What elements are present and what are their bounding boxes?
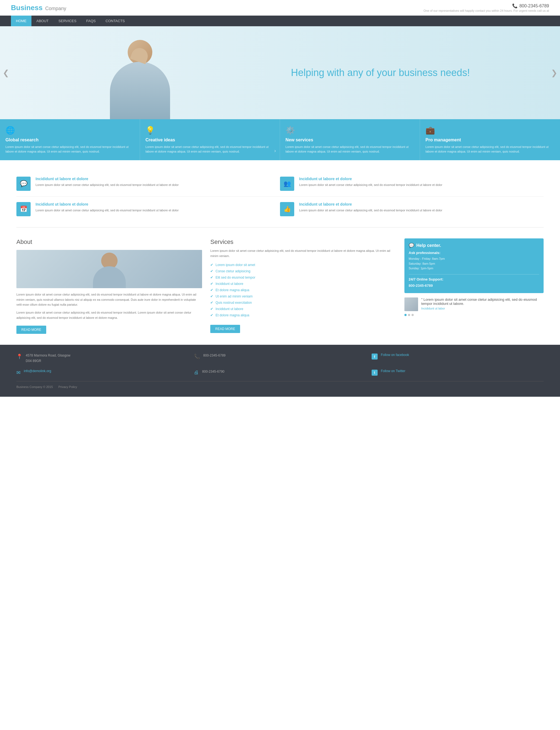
nav-services[interactable]: SERVICES — [54, 16, 81, 26]
hero-arrow-right[interactable]: ❯ — [551, 68, 557, 77]
service-item-6: ✔ Ut enim ad minim veniam — [210, 293, 396, 299]
site-footer: 📍 4578 Marmora Road, GlasgowD04 89GR 📞 8… — [0, 345, 560, 396]
service-item-9: ✔ Et dolore magna aliqua — [210, 312, 396, 318]
header-phone: 📞 800-2345-6789 — [424, 3, 549, 8]
check-icon-2: ✔ — [210, 269, 213, 273]
nav-about[interactable]: ABOUT — [31, 16, 54, 26]
feature-text-4: Lorem ipsum dolor sit amet conse ctetur … — [425, 145, 555, 154]
services-intro: Lorem ipsum dolor sit amet conse ctetur … — [210, 248, 396, 258]
services-section: Services Lorem ipsum dolor sit amet cons… — [210, 238, 396, 334]
hero-headline: Helping with any of your business needs! — [291, 66, 549, 79]
footer-phone: 📞 800-2345-6789 — [194, 353, 366, 363]
check-icon-8: ✔ — [210, 307, 213, 311]
feature-global-research: 🌐 Global research Lorem ipsum dolor sit … — [0, 119, 140, 160]
help-section: 💬 Help center. Ask professionals: Monday… — [404, 238, 544, 334]
help-hours1: Monday - Friday: 8am-7pm — [409, 256, 539, 261]
footer-twitter: t Follow on Twitter — [372, 369, 544, 376]
speech-bubble-icon: 💬 — [409, 243, 414, 248]
nav-faqs[interactable]: FAQS — [81, 16, 101, 26]
about-read-more[interactable]: READ MORE — [16, 326, 46, 334]
check-icon-4: ✔ — [210, 282, 213, 286]
dot-2[interactable] — [408, 314, 410, 316]
check-icon-9: ✔ — [210, 313, 213, 317]
feature-new-services: ⚙️ New services Lorem ipsum dolor sit am… — [280, 119, 420, 160]
help-heading: 💬 Help center. — [409, 243, 539, 248]
feature-arrow-2: › — [274, 148, 276, 154]
help-support-title: 24/7 Online Support: — [409, 274, 539, 281]
service-item-8: ✔ Incididunt ut labore — [210, 306, 396, 312]
thumbsup-icon: 👍 — [280, 202, 294, 216]
feature-text-3: Lorem ipsum dolor sit amet conse ctetur … — [285, 145, 414, 154]
dot-1[interactable] — [404, 314, 407, 316]
check-icon-5: ✔ — [210, 288, 213, 292]
header-phone-number: 800-2345-6789 — [519, 4, 549, 8]
service-item-2: ✔ Conse ctetur adipisicing — [210, 268, 396, 274]
privacy-link[interactable]: Privacy Policy — [58, 385, 77, 389]
info-text-4: Lorem ipsum dolor sit amet conse ctetur … — [299, 208, 442, 213]
info-content-2: Incididunt ut labore et dolore Lorem ips… — [299, 177, 442, 191]
hero-section: ❮ Helping with any of your business need… — [0, 26, 560, 119]
footer-address: 📍 4578 Marmora Road, GlasgowD04 89GR — [16, 353, 188, 363]
about-para1: Lorem ipsum dolor sit amet conse ctetur … — [16, 292, 202, 307]
hero-person — [104, 34, 176, 119]
footer-address-text: 4578 Marmora Road, GlasgowD04 89GR — [26, 353, 70, 363]
feature-title-4: Pro management — [425, 138, 555, 142]
help-support-phone: 800-2345-6789 — [409, 283, 539, 289]
about-heading: About — [16, 238, 202, 246]
bulb-icon: 💡 — [145, 126, 274, 135]
about-para2: Lorem ipsum dolor sit amet conse ctetur … — [16, 310, 202, 320]
phone-icon: 📞 — [512, 3, 518, 8]
dot-3[interactable] — [412, 314, 414, 316]
team-icon: 👥 — [280, 177, 294, 191]
service-item-3: ✔ Elit sed do eiusmod tempor — [210, 274, 396, 281]
nav-contacts[interactable]: CONTACTS — [101, 16, 130, 26]
info-text-1: Lorem ipsum dolor sit amet conse ctetur … — [36, 183, 179, 188]
globe-icon: 🌐 — [5, 126, 134, 135]
info-content-3: Incididunt ut labore et dolore Lorem ips… — [36, 202, 179, 216]
about-image — [16, 250, 202, 288]
service-list: ✔ Lorem ipsum dolor sit amet ✔ Conse cte… — [210, 262, 396, 318]
footer-email-link[interactable]: info@demolink.org — [24, 369, 51, 373]
services-read-more[interactable]: READ MORE — [210, 325, 240, 333]
testimonial-text: Lorem ipsum dolor sit amet conse ctetur … — [421, 297, 537, 306]
check-icon-6: ✔ — [210, 294, 213, 298]
header-contact: 📞 800-2345-6789 One of our representativ… — [424, 3, 549, 12]
feature-title-2: Creative ideas — [145, 138, 274, 142]
gear-icon: ⚙️ — [285, 126, 414, 135]
testimonial-content: " Lorem ipsum dolor sit amet conse ctetu… — [421, 297, 544, 310]
logo-brand: Business — [11, 4, 43, 12]
logo[interactable]: Business Company — [11, 4, 66, 12]
info-title-4: Incididunt ut labore et dolore — [299, 202, 442, 206]
facebook-link[interactable]: Follow on facebook — [381, 353, 409, 357]
info-grid: 💬 Incididunt ut labore et dolore Lorem i… — [0, 160, 560, 227]
twitter-link[interactable]: Follow on Twitter — [381, 369, 406, 373]
info-item-3: 📅 Incididunt ut labore et dolore Lorem i… — [16, 197, 280, 222]
info-title-1: Incididunt ut labore et dolore — [36, 177, 179, 181]
help-hours2: Saturday: 8am-5pm — [409, 261, 539, 266]
info-text-3: Lorem ipsum dolor sit amet conse ctetur … — [36, 208, 179, 213]
info-content-1: Incididunt ut labore et dolore Lorem ips… — [36, 177, 179, 191]
about-section: About Lorem ipsum dolor sit amet conse c… — [16, 238, 202, 334]
testimonial-link[interactable]: Incididunt ut labor — [421, 307, 544, 310]
testimonial: " Lorem ipsum dolor sit amet conse ctetu… — [404, 297, 544, 311]
hero-arrow-left[interactable]: ❮ — [3, 68, 9, 77]
help-hours3: Sunday: 1pm-5pm — [409, 266, 539, 271]
calendar-icon: 📅 — [16, 202, 31, 216]
check-icon-3: ✔ — [210, 275, 213, 279]
hero-text-area: Helping with any of your business needs! — [280, 56, 560, 90]
info-title-3: Incididunt ut labore et dolore — [36, 202, 179, 206]
feature-title-3: New services — [285, 138, 414, 142]
nav-home[interactable]: HOME — [11, 16, 31, 26]
feature-creative-ideas: 💡 Creative ideas Lorem ipsum dolor sit a… — [140, 119, 280, 160]
header-sub-text: One of our representatives will happily … — [424, 9, 549, 12]
footer-fax: 🖨 800-2345-6790 — [194, 369, 366, 376]
footer-phone-icon: 📞 — [194, 354, 200, 360]
footer-facebook: f Follow on facebook — [372, 353, 544, 363]
footer-phone-number: 800-2345-6789 — [203, 353, 225, 358]
twitter-icon: t — [372, 370, 378, 376]
footer-email: ✉ info@demolink.org — [16, 369, 188, 376]
services-heading: Services — [210, 238, 396, 246]
location-icon: 📍 — [16, 354, 22, 360]
check-icon-7: ✔ — [210, 300, 213, 305]
footer-fax-number: 800-2345-6790 — [202, 369, 224, 374]
